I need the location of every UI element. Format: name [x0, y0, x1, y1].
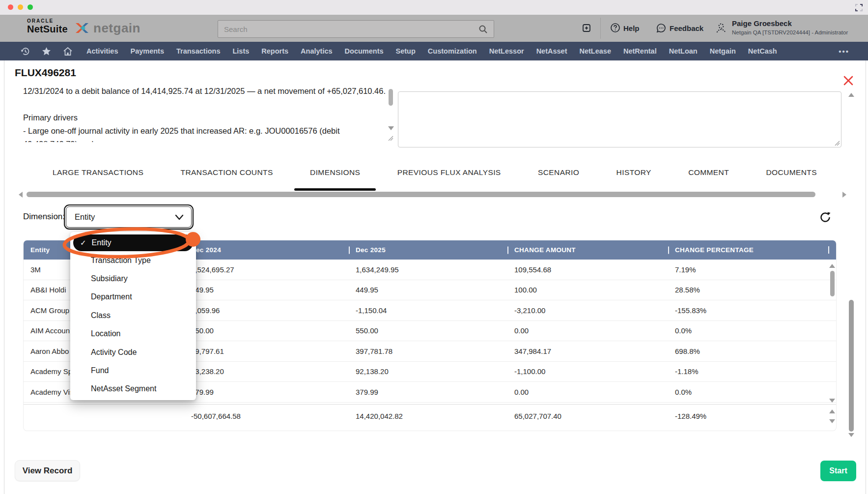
table-cell: 550.00: [184, 326, 349, 335]
table-scroll-up-icon[interactable]: [829, 264, 835, 268]
summary-resize-grip-icon[interactable]: [388, 135, 393, 141]
help-label[interactable]: Help: [623, 24, 640, 32]
chevron-down-icon: [174, 214, 184, 221]
minimize-traffic-light[interactable]: [18, 4, 23, 10]
create-new-icon[interactable]: [581, 23, 592, 35]
tab-large-transactions[interactable]: LARGE TRANSACTIONS: [53, 168, 143, 191]
recent-records-icon[interactable]: [21, 47, 30, 56]
table-cell: 49,797.61: [184, 347, 349, 355]
shortcuts-star-icon[interactable]: [42, 47, 51, 56]
close-traffic-light[interactable]: [8, 4, 13, 10]
table-cell: 92,138.20: [349, 367, 507, 376]
table-cell: 550.00: [349, 326, 507, 335]
close-icon[interactable]: [843, 76, 853, 86]
tab-horizontal-scrollbar[interactable]: [19, 191, 846, 198]
dropdown-option-activity-code[interactable]: Activity Code: [70, 343, 196, 361]
dropdown-option-class[interactable]: Class: [70, 306, 196, 324]
main-navbar: ActivitiesPaymentsTransactionsListsRepor…: [0, 42, 868, 60]
column-header-dec-2024: Dec 2024: [184, 246, 349, 254]
page-scroll-up-icon[interactable]: [848, 93, 854, 97]
scroll-right-icon[interactable]: [842, 192, 846, 198]
total-scroll-down-icon[interactable]: [829, 419, 835, 423]
nav-item-netloan[interactable]: NetLoan: [669, 47, 698, 55]
nav-item-netgain[interactable]: Netgain: [710, 47, 736, 55]
tab-documents[interactable]: DOCUMENTS: [766, 168, 817, 191]
table-cell: -1.18%: [668, 367, 837, 376]
nav-item-transactions[interactable]: Transactions: [176, 47, 220, 55]
nav-item-analytics[interactable]: Analytics: [301, 47, 332, 55]
tab-comment[interactable]: COMMENT: [688, 168, 729, 191]
fullscreen-icon[interactable]: [855, 3, 863, 12]
dropdown-option-department[interactable]: Department: [70, 288, 196, 306]
feedback-icon[interactable]: [656, 23, 667, 35]
nav-item-customization[interactable]: Customization: [428, 47, 477, 55]
dropdown-option-transaction-type[interactable]: Transaction Type: [70, 251, 196, 269]
nav-item-documents[interactable]: Documents: [345, 47, 384, 55]
table-cell: 397,781.78: [349, 347, 507, 355]
dropdown-option-fund[interactable]: Fund: [70, 361, 196, 379]
start-button[interactable]: Start: [820, 461, 856, 481]
nav-item-netcash[interactable]: NetCash: [748, 47, 777, 55]
table-scroll-down-icon[interactable]: [829, 399, 835, 403]
zoom-traffic-light[interactable]: [28, 4, 33, 10]
search-input[interactable]: [218, 25, 478, 33]
refresh-icon[interactable]: [818, 210, 832, 224]
nav-item-activities[interactable]: Activities: [86, 47, 118, 55]
comment-textarea[interactable]: [398, 91, 841, 147]
dimension-select[interactable]: Entity: [66, 206, 192, 228]
nav-item-netlease[interactable]: NetLease: [580, 47, 611, 55]
nav-item-netasset[interactable]: NetAsset: [536, 47, 567, 55]
page-scrollbar-thumb[interactable]: [849, 300, 854, 432]
tab-history[interactable]: HISTORY: [616, 168, 651, 191]
comment-resize-grip-icon[interactable]: [834, 140, 840, 146]
tab-previous-flux-analysis[interactable]: PREVIOUS FLUX ANALYSIS: [397, 168, 501, 191]
dropdown-option-netasset-segment[interactable]: NetAsset Segment: [70, 380, 196, 398]
page-scroll-down-icon[interactable]: [848, 433, 854, 437]
horizontal-scrollbar-thumb[interactable]: [27, 192, 815, 197]
dropdown-option-entity[interactable]: ✓Entity: [73, 234, 193, 251]
summary-scrollbar-thumb[interactable]: [389, 89, 393, 106]
scroll-left-icon[interactable]: [19, 192, 23, 198]
dropdown-option-label: Transaction Type: [91, 256, 151, 265]
view-record-button[interactable]: View Record: [15, 460, 80, 481]
dimension-label: Dimension:: [23, 212, 65, 222]
nav-item-reports[interactable]: Reports: [261, 47, 288, 55]
tab-scenario[interactable]: SCENARIO: [538, 168, 579, 191]
nav-icons: [0, 47, 73, 56]
tab-transaction-counts[interactable]: TRANSACTION COUNTS: [181, 168, 273, 191]
table-cell: 349.95: [184, 286, 349, 294]
dropdown-option-label: Fund: [91, 366, 109, 375]
table-cell: 7.19%: [668, 265, 837, 274]
global-search: [218, 20, 494, 38]
search-icon[interactable]: [478, 25, 488, 34]
flux-summary-text[interactable]: Accounts Receivable (A/R) moved from a c…: [23, 82, 395, 142]
dropdown-option-location[interactable]: Location: [70, 325, 196, 343]
help-icon[interactable]: [610, 23, 620, 35]
table-cell: 1,634,249.95: [349, 265, 507, 274]
summary-scroll-down-icon[interactable]: [388, 126, 394, 130]
dropdown-option-label: NetAsset Segment: [91, 384, 156, 393]
nav-item-netlessor[interactable]: NetLessor: [489, 47, 524, 55]
total-scroll-up-icon[interactable]: [829, 409, 835, 413]
feedback-label[interactable]: Feedback: [670, 24, 703, 32]
summary-line-2: - Large one-off journal activity in earl…: [23, 124, 395, 142]
netgain-logo[interactable]: netgain: [74, 20, 140, 36]
nav-item-setup[interactable]: Setup: [396, 47, 416, 55]
user-name[interactable]: Paige Groesbeck: [732, 19, 792, 28]
tab-dimensions[interactable]: DIMENSIONS: [310, 168, 360, 191]
window-right-border: [866, 60, 866, 494]
nav-item-netrental[interactable]: NetRental: [623, 47, 657, 55]
table-scrollbar-thumb[interactable]: [830, 271, 835, 296]
user-icon[interactable]: [715, 22, 728, 36]
window-titlebar: [0, 0, 868, 15]
annotation-cursor-dot: [186, 232, 200, 247]
oracle-netsuite-logo[interactable]: ORACLE NetSuite: [27, 18, 68, 35]
nav-more-icon[interactable]: •••: [839, 47, 849, 56]
table-cell: 1,524,695.27: [184, 265, 349, 274]
summary-line-1: 12/31/2024 to a debit balance of 14,414,…: [23, 85, 395, 98]
dropdown-option-subsidiary[interactable]: Subsidiary: [70, 269, 196, 288]
nav-item-payments[interactable]: Payments: [130, 47, 164, 55]
nav-item-lists[interactable]: Lists: [232, 47, 249, 55]
home-icon[interactable]: [63, 47, 73, 56]
total-cell: 14,420,042.82: [349, 412, 507, 420]
